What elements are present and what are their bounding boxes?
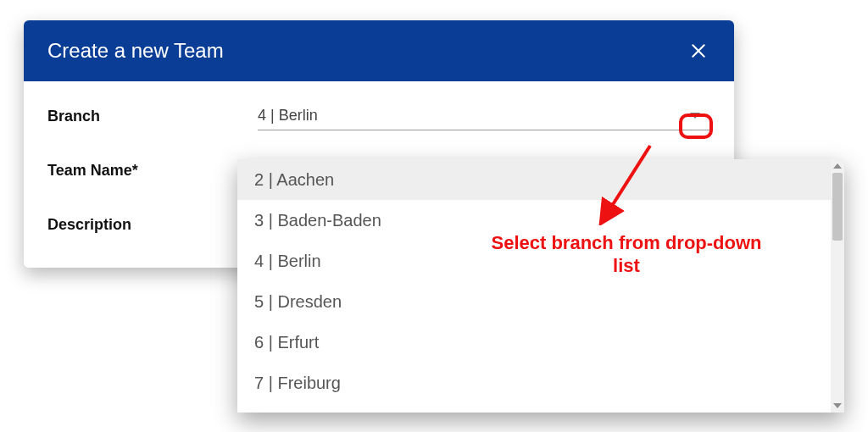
close-icon: [690, 42, 707, 59]
annotation-highlight-box: [679, 114, 713, 139]
dropdown-option[interactable]: 6 | Erfurt: [237, 322, 831, 363]
description-label: Description: [47, 216, 258, 234]
dialog-header: Create a new Team: [24, 20, 734, 81]
chevron-up-icon: [833, 163, 842, 169]
branch-dropdown-field[interactable]: 4 | Berlin: [258, 102, 710, 130]
dropdown-scrollbar[interactable]: [831, 159, 844, 413]
branch-row: Branch 4 | Berlin: [47, 102, 710, 130]
chevron-down-icon: [833, 403, 842, 408]
dropdown-option[interactable]: 7 | Freiburg: [237, 363, 831, 403]
team-name-label: Team Name*: [47, 162, 258, 180]
dropdown-option[interactable]: 3 | Baden-Baden: [237, 200, 831, 241]
dropdown-option[interactable]: 4 | Berlin: [237, 241, 831, 281]
scroll-thumb[interactable]: [832, 173, 843, 241]
dropdown-options-container: 2 | Aachen3 | Baden-Baden4 | Berlin5 | D…: [237, 159, 831, 413]
branch-dropdown-list: 2 | Aachen3 | Baden-Baden4 | Berlin5 | D…: [237, 159, 844, 413]
branch-selected-value: 4 | Berlin: [258, 107, 710, 125]
dialog-title: Create a new Team: [47, 39, 224, 63]
scroll-up-button[interactable]: [831, 159, 844, 173]
close-button[interactable]: [687, 39, 710, 63]
scroll-down-button[interactable]: [831, 399, 844, 413]
branch-label: Branch: [47, 108, 258, 125]
dropdown-option[interactable]: 5 | Dresden: [237, 281, 831, 322]
dropdown-option[interactable]: 2 | Aachen: [237, 159, 831, 200]
